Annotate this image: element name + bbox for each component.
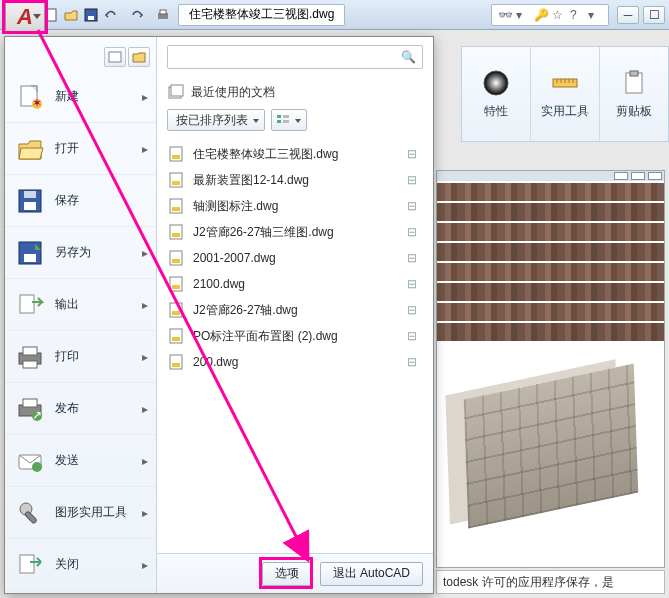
recent-file-row[interactable]: 200.dwg⊟ [167, 349, 423, 375]
dwg-file-icon [169, 224, 185, 240]
menu-item-label: 新建 [55, 88, 79, 105]
dwg-file-icon [169, 276, 185, 292]
menu-item-label: 发送 [55, 452, 79, 469]
menu-item-label: 打印 [55, 348, 79, 365]
menu-item-5[interactable]: 打印▸ [5, 331, 156, 383]
svg-rect-49 [172, 207, 180, 211]
menu-item-label: 关闭 [55, 556, 79, 573]
help-search[interactable]: 👓 ▾ 🔑 ☆ ? ▾ [491, 4, 609, 26]
recent-docs-button[interactable] [104, 47, 126, 67]
file-name: J2管廊26-27轴.dwg [193, 302, 399, 319]
recent-file-row[interactable]: 住宅楼整体竣工三视图.dwg⊟ [167, 141, 423, 167]
file-name: 轴测图标注.dwg [193, 198, 399, 215]
svg-rect-16 [109, 52, 121, 62]
menu-item-label: 保存 [55, 192, 79, 209]
recent-file-row[interactable]: 轴测图标注.dwg⊟ [167, 193, 423, 219]
dwg-file-icon [169, 354, 185, 370]
app-logo-icon: A [17, 4, 33, 30]
dwg-file-icon [169, 172, 185, 188]
menu-item-7[interactable]: 发送▸ [5, 435, 156, 487]
menu-item-label: 图形实用工具 [55, 504, 127, 521]
recent-file-row[interactable]: 2001-2007.dwg⊟ [167, 245, 423, 271]
document-tab[interactable]: 住宅楼整体竣工三视图.dwg [178, 4, 345, 26]
pin-icon[interactable]: ⊟ [407, 225, 421, 239]
redo-icon[interactable] [128, 6, 146, 24]
menu-item-icon [15, 290, 45, 320]
chevron-right-icon: ▸ [142, 90, 148, 104]
app-menu-toolbar [5, 43, 156, 71]
menu-item-4[interactable]: 输出▸ [5, 279, 156, 331]
recent-file-row[interactable]: J2管廊26-27轴三维图.dwg⊟ [167, 219, 423, 245]
menu-item-icon [15, 498, 45, 528]
view-dropdown[interactable] [271, 109, 307, 131]
menu-item-6[interactable]: ↗发布▸ [5, 383, 156, 435]
ribbon-group-clipboard[interactable]: 剪贴板 [600, 47, 668, 141]
documents-icon [167, 83, 185, 101]
binoculars-icon: 👓 [498, 8, 512, 22]
maximize-button[interactable]: ☐ [643, 6, 665, 24]
command-line[interactable]: todesk 许可的应用程序保存，是 [436, 570, 665, 594]
pin-icon[interactable]: ⊟ [407, 303, 421, 317]
pin-icon[interactable]: ⊟ [407, 199, 421, 213]
pin-icon[interactable]: ⊟ [407, 277, 421, 291]
menu-item-2[interactable]: 保存 [5, 175, 156, 227]
options-button[interactable]: 选项 [262, 562, 312, 586]
drawing-area[interactable] [436, 170, 665, 568]
menu-item-icon: ✶ [15, 82, 45, 112]
menu-item-0[interactable]: ✶新建▸ [5, 71, 156, 123]
svg-rect-15 [630, 71, 638, 76]
pin-icon[interactable]: ⊟ [407, 251, 421, 265]
file-name: 最新装置图12-14.dwg [193, 172, 399, 189]
recent-docs-title: 最近使用的文档 [191, 84, 275, 101]
clipboard-icon [620, 69, 648, 97]
menu-item-icon: ↗ [15, 394, 45, 424]
chevron-right-icon: ▸ [142, 402, 148, 416]
options-label: 选项 [275, 565, 299, 582]
pin-icon[interactable]: ⊟ [407, 147, 421, 161]
pin-icon[interactable]: ⊟ [407, 173, 421, 187]
menu-item-label: 发布 [55, 400, 79, 417]
exit-button[interactable]: 退出 AutoCAD [320, 562, 423, 586]
undo-icon[interactable] [102, 6, 120, 24]
open-icon[interactable] [62, 6, 80, 24]
svg-rect-28 [23, 361, 37, 368]
file-name: 200.dwg [193, 355, 399, 369]
svg-rect-51 [172, 233, 180, 237]
ribbon-group-tools[interactable]: 实用工具 [531, 47, 600, 141]
app-menu-left-column: ✶新建▸打开▸保存另存为▸输出▸打印▸↗发布▸发送▸图形实用工具▸关闭▸ [5, 37, 157, 593]
open-docs-button[interactable] [128, 47, 150, 67]
sort-dropdown[interactable]: 按已排序列表 [167, 109, 265, 131]
ribbon-label: 剪贴板 [616, 103, 652, 120]
ribbon-group-properties[interactable]: 特性 [462, 47, 531, 141]
pin-icon[interactable]: ⊟ [407, 355, 421, 369]
recent-file-row[interactable]: 最新装置图12-14.dwg⊟ [167, 167, 423, 193]
measure-icon [551, 69, 579, 97]
dwg-file-icon [169, 250, 185, 266]
chevron-right-icon: ▸ [142, 350, 148, 364]
command-text: todesk 许可的应用程序保存，是 [443, 574, 614, 591]
pin-icon[interactable]: ⊟ [407, 329, 421, 343]
recent-file-row[interactable]: PO标注平面布置图 (2).dwg⊟ [167, 323, 423, 349]
save-icon[interactable] [82, 6, 100, 24]
app-menu-right-column: 🔍 最近使用的文档 按已排序列表 住宅楼整体竣工三视图.dwg⊟最新装置图12-… [157, 37, 433, 593]
chevron-down-icon: ▾ [588, 8, 602, 22]
svg-point-7 [484, 71, 508, 95]
svg-rect-21 [24, 202, 36, 210]
color-wheel-icon [482, 69, 510, 97]
title-bar: 住宅楼整体竣工三视图.dwg 👓 ▾ 🔑 ☆ ? ▾ ─ ☐ [0, 0, 669, 30]
menu-item-1[interactable]: 打开▸ [5, 123, 156, 175]
minimize-button[interactable]: ─ [617, 6, 639, 24]
print-icon[interactable] [154, 6, 172, 24]
svg-rect-53 [172, 259, 180, 263]
app-menu-search[interactable]: 🔍 [167, 45, 423, 69]
menu-item-8[interactable]: 图形实用工具▸ [5, 487, 156, 539]
menu-item-icon [15, 238, 45, 268]
menu-item-3[interactable]: 另存为▸ [5, 227, 156, 279]
menu-item-icon [15, 186, 45, 216]
application-menu-button[interactable]: A [5, 0, 45, 34]
recent-file-row[interactable]: J2管廊26-27轴.dwg⊟ [167, 297, 423, 323]
recent-file-row[interactable]: 2100.dwg⊟ [167, 271, 423, 297]
menu-item-9[interactable]: 关闭▸ [5, 539, 156, 591]
dwg-file-icon [169, 328, 185, 344]
chevron-right-icon: ▸ [142, 298, 148, 312]
